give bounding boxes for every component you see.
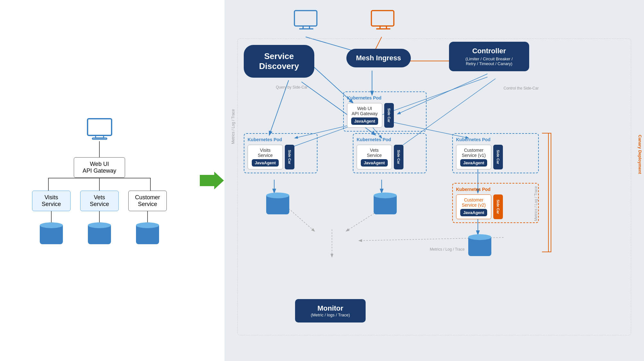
canary-deployment-label: Canary Deployment — [638, 135, 642, 174]
pod-inner-webui: Web UIAPI Gateway JavaAgent Side Car — [347, 103, 423, 128]
right-diagram-area: Service Discovery Mesh Ingress Controlle… — [225, 0, 644, 361]
webui-svc-name: Web UIAPI Gateway — [351, 106, 378, 116]
monitor-label: Monitor — [318, 304, 343, 312]
k8s-pod-vets: Kubernetes Pod VetsService JavaAgent Sid… — [353, 133, 427, 173]
webui-service-box: Web UIAPI Gateway JavaAgent — [347, 103, 382, 128]
customer-service-box-left: CustomerService — [128, 191, 167, 211]
customer-v1-sidecar: Side Car — [493, 145, 503, 169]
visits-service-box-left: VisitsService — [32, 191, 71, 211]
pod-inner-customer-v1: CustomerService (v1) JavaAgent Side Car — [456, 145, 535, 169]
visits-db — [40, 222, 63, 244]
controller-box: Controller (Limiter / Circuit Breaker / … — [449, 42, 529, 71]
visits-arrow — [51, 211, 52, 222]
visits-svc-name: VisitsService — [252, 148, 279, 158]
orange-monitor-icon — [370, 10, 396, 32]
monitor-sub: (Metric / logs / Trace) — [305, 313, 356, 317]
k8s-pod-label-1: Kubernetes Pod — [347, 95, 423, 100]
blue-monitor-icon — [293, 10, 319, 32]
service-discovery-box: Service Discovery — [244, 45, 314, 78]
vets-svc-name: VetsService — [361, 148, 388, 158]
left-tree: Web UIAPI Gateway VisitsService — [19, 117, 180, 244]
webui-javaagent: JavaAgent — [351, 117, 378, 125]
query-sidecar-label: Query by Side-Car — [276, 85, 308, 90]
visits-sidecar: Side Car — [285, 145, 294, 169]
svg-rect-0 — [88, 119, 112, 135]
vets-service-box-left: VetsService — [80, 191, 119, 211]
customer-arrow — [147, 211, 148, 222]
left-panel: Web UIAPI Gateway VisitsService — [0, 0, 199, 361]
mesh-ingress-box: Mesh Ingress — [346, 49, 411, 67]
pod-inner-visits: VisitsService JavaAgent Side Car — [248, 145, 314, 169]
vets-service-box: VetsService JavaAgent — [357, 145, 392, 169]
vets-db-right — [374, 193, 397, 214]
pod-inner-vets: VetsService JavaAgent Side Car — [357, 145, 423, 169]
customer-v2-sidecar: Side Car — [493, 194, 503, 219]
vets-db — [88, 222, 111, 244]
customer-v1-javaagent: JavaAgent — [460, 159, 487, 167]
control-sidecar-label: Control the Side-Car — [504, 86, 538, 90]
svg-rect-25 — [548, 133, 551, 252]
svg-rect-2 — [92, 138, 107, 139]
services-row: VisitsService VetsService — [32, 191, 167, 244]
visits-service-box: VisitsService JavaAgent — [248, 145, 283, 169]
k8s-pod-label-4: Kubernetes Pod — [456, 137, 535, 142]
visits-col: VisitsService — [32, 191, 71, 244]
metrics-log-trace-left: Metrics / Log / Trace — [231, 109, 235, 144]
v-line-top — [99, 141, 100, 157]
visits-javaagent: JavaAgent — [252, 159, 279, 167]
outer-border — [237, 39, 631, 335]
k8s-pod-webui: Kubernetes Pod Web UIAPI Gateway JavaAge… — [343, 91, 427, 132]
vets-arrow — [99, 211, 100, 222]
monitor-icon-left — [86, 117, 113, 141]
k8s-pod-label-2: Kubernetes Pod — [248, 137, 314, 142]
vets-javaagent: JavaAgent — [361, 159, 388, 167]
customer-v1-service-box: CustomerService (v1) JavaAgent — [456, 145, 491, 169]
monitor-box: Monitor (Metric / logs / Trace) — [295, 299, 366, 322]
pod-inner-customer-v2: CustomerService (v2) JavaAgent Side Car — [456, 194, 535, 219]
k8s-pod-customer-v1: Kubernetes Pod CustomerService (v1) Java… — [452, 133, 539, 173]
metrics-log-trace-bottom: Metrics / Log / Trace — [430, 247, 465, 252]
customer-v2-javaagent: JavaAgent — [460, 209, 487, 216]
vets-col: VetsService — [80, 191, 119, 244]
k8s-pod-visits: Kubernetes Pod VisitsService JavaAgent S… — [244, 133, 318, 173]
customer-db-right — [468, 234, 491, 256]
customer-db — [136, 222, 159, 244]
svg-rect-32 — [371, 11, 394, 26]
webui-sidecar: Side Car — [384, 103, 394, 128]
k8s-pod-label-3: Kubernetes Pod — [357, 137, 423, 142]
main-container: Web UIAPI Gateway VisitsService — [0, 0, 644, 361]
green-arrow-icon — [200, 172, 224, 189]
svg-marker-3 — [200, 172, 224, 189]
controller-sub: (Limiter / Circuit Breaker / Retry / Tim… — [455, 56, 523, 66]
api-gateway-box: Web UIAPI Gateway — [74, 157, 125, 178]
svg-rect-28 — [294, 11, 317, 26]
k8s-pod-label-5: Kubernetes Pod — [456, 187, 535, 192]
branch-area — [32, 178, 167, 191]
customer-v2-service-box: CustomerService (v2) JavaAgent — [456, 194, 491, 219]
k8s-pod-customer-v2: Kubernetes Pod CustomerService (v2) Java… — [452, 183, 539, 223]
customer-col: CustomerService — [128, 191, 167, 244]
customer-v1-svc-name: CustomerService (v1) — [460, 148, 487, 158]
vets-sidecar: Side Car — [394, 145, 403, 169]
right-panel: Service Discovery Mesh Ingress Controlle… — [225, 0, 644, 361]
customer-v2-svc-name: CustomerService (v2) — [460, 197, 487, 208]
visits-db-right — [266, 193, 289, 214]
svg-line-21 — [289, 209, 314, 231]
green-arrow-container — [199, 172, 225, 189]
